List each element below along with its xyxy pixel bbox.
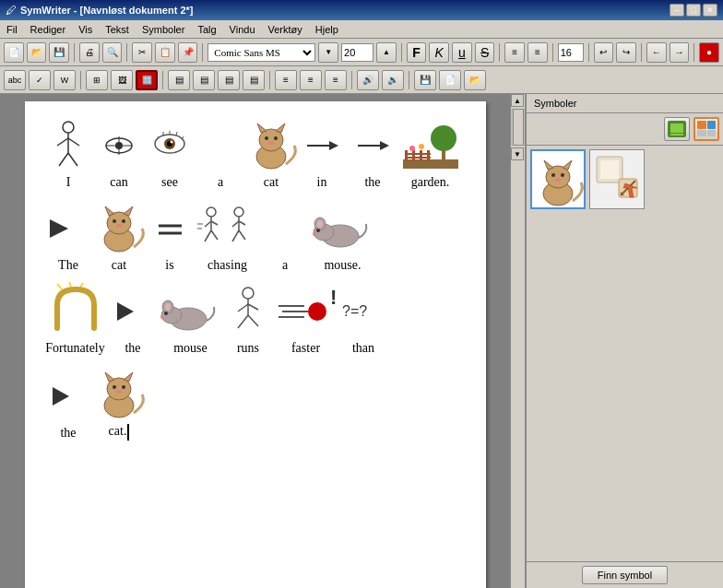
main-layout: I can [0, 94, 723, 588]
list-bullet[interactable]: ≡ [275, 70, 297, 90]
svg-point-113 [561, 173, 564, 177]
print-button[interactable]: 🖨 [79, 42, 100, 63]
menu-verktoey[interactable]: Verktøy [266, 23, 305, 36]
label-a: a [218, 175, 223, 190]
align-j2[interactable]: ▤ [243, 70, 265, 90]
svg-point-78 [165, 303, 171, 311]
print-preview-button[interactable]: 🔍 [102, 42, 123, 63]
strikethrough-button[interactable]: S [475, 42, 495, 63]
folder-button[interactable]: 📂 [464, 70, 486, 90]
sound2-button[interactable]: 🔉 [382, 70, 404, 90]
menu-vis[interactable]: Vis [76, 23, 95, 36]
symbol-arrow-4 [45, 369, 91, 424]
scroll-track[interactable] [511, 109, 525, 146]
menu-tekst[interactable]: Tekst [102, 23, 132, 36]
maximize-button[interactable]: □ [686, 4, 701, 17]
svg-point-51 [207, 207, 216, 217]
menu-bar: Fil Rediger Vis Tekst Symboler Talg Vind… [0, 20, 723, 39]
symbol-panel-toolbar [527, 113, 723, 146]
symbol-a [197, 118, 243, 173]
svg-line-72 [69, 282, 71, 287]
separator-3 [202, 43, 203, 62]
paste-button[interactable]: 📌 [178, 42, 198, 63]
line-size-input[interactable] [558, 43, 584, 62]
close-button[interactable]: ✕ [703, 4, 717, 17]
list-style[interactable]: ≡ [325, 70, 347, 90]
label-i: I [66, 175, 71, 190]
align-left-button[interactable]: ≡ [504, 42, 525, 63]
spell-button[interactable]: ✓ [29, 70, 51, 90]
doc-area[interactable]: I can [0, 94, 510, 588]
symbol-arrow-3 [110, 284, 156, 339]
sentence-3: Fortunately the [43, 282, 468, 358]
align-right-button[interactable]: ≡ [527, 42, 548, 63]
font-size-up[interactable]: ▲ [376, 42, 397, 63]
cut-button[interactable]: ✂ [132, 42, 152, 63]
image-button[interactable]: 🖼 [111, 70, 133, 90]
new-button[interactable]: 📄 [4, 42, 24, 63]
minimize-button[interactable]: – [670, 4, 684, 17]
list-num[interactable]: ≡ [300, 70, 322, 90]
finn-symbol-button[interactable]: Finn symbol [582, 566, 668, 584]
grid-button[interactable]: ⊞ [86, 70, 108, 90]
font-selector[interactable]: Comic Sans MS [207, 43, 315, 62]
svg-point-13 [170, 141, 172, 144]
save-button[interactable]: 💾 [49, 42, 69, 63]
scroll-thumb[interactable] [513, 109, 524, 146]
svg-line-62 [239, 221, 245, 225]
font-size-input[interactable] [341, 43, 373, 62]
doc-button[interactable]: 📄 [439, 70, 461, 90]
copy-button[interactable]: 📋 [155, 42, 175, 63]
menu-symboler[interactable]: Symboler [139, 23, 187, 36]
menu-talg[interactable]: Talg [195, 23, 219, 36]
scroll-down[interactable]: ▼ [511, 147, 524, 160]
align-r2[interactable]: ▤ [218, 70, 240, 90]
svg-rect-106 [697, 130, 706, 136]
svg-point-48 [116, 224, 122, 228]
svg-marker-22 [276, 123, 285, 133]
save2-button[interactable]: 💾 [414, 70, 436, 90]
arrow-right-button[interactable]: → [670, 42, 690, 63]
sound-button[interactable]: 🔊 [357, 70, 379, 90]
arrow-left-button[interactable]: ← [646, 42, 667, 63]
underline-button[interactable]: u [452, 42, 472, 63]
font-size-down[interactable]: ▼ [318, 42, 338, 63]
scrollbar[interactable]: ▲ ▼ [510, 94, 525, 588]
align-c2[interactable]: ▤ [193, 70, 215, 90]
svg-marker-97 [124, 372, 133, 382]
color-button[interactable]: ● [699, 42, 719, 63]
symbol-button[interactable]: 🔠 [136, 70, 158, 90]
undo-button[interactable]: ↩ [594, 42, 614, 63]
sep2-2 [162, 71, 163, 89]
word-than: ?=? than [338, 282, 389, 358]
panel-btn-1[interactable] [664, 117, 690, 141]
panel-btn-2[interactable] [693, 117, 719, 141]
bold-button[interactable]: F [407, 42, 427, 63]
svg-point-0 [63, 122, 74, 133]
redo-button[interactable]: ↪ [616, 42, 636, 63]
word-mouse: mouse. [311, 199, 375, 275]
label-a-2: a [282, 258, 288, 273]
menu-fil[interactable]: Fil [4, 23, 20, 36]
menu-rediger[interactable]: Rediger [28, 23, 69, 36]
sep2-5 [409, 71, 409, 89]
svg-line-3 [68, 138, 79, 146]
svg-point-59 [234, 207, 243, 217]
open-button[interactable]: 📂 [27, 42, 47, 63]
panel-alt-symbol[interactable] [589, 149, 645, 209]
svg-point-47 [122, 219, 125, 223]
separator-8 [641, 43, 642, 62]
panel-cat-symbol[interactable] [530, 149, 586, 209]
label-garden: garden. [411, 175, 450, 190]
menu-hjelp[interactable]: Hjelp [313, 23, 341, 36]
word-button[interactable]: W [53, 70, 76, 90]
scroll-up[interactable]: ▲ [511, 94, 524, 107]
italic-button[interactable]: K [429, 42, 449, 63]
svg-point-81 [243, 288, 254, 299]
menu-vindu[interactable]: Vindu [227, 23, 258, 36]
align-l2[interactable]: ▤ [168, 70, 190, 90]
abc-button[interactable]: abc [4, 70, 26, 90]
symbol-cat-2 [96, 201, 142, 256]
svg-marker-45 [124, 206, 133, 216]
doc-page: I can [25, 101, 486, 588]
